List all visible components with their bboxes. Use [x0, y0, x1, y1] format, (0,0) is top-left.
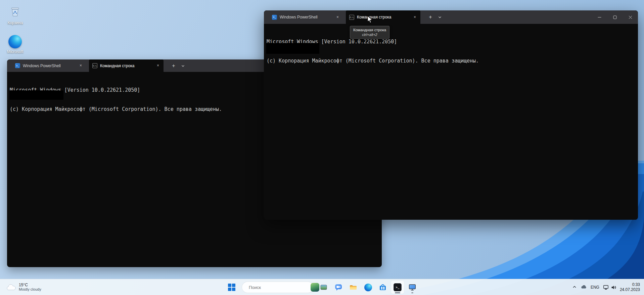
tab-label: Windows PowerShell	[280, 15, 332, 19]
task-view-button[interactable]	[317, 281, 330, 294]
window-caption-controls	[592, 10, 638, 24]
edge-label: Microsoft	[2, 49, 28, 54]
cmd-icon: C:\	[349, 15, 354, 20]
weather-temperature: 15°C	[19, 283, 41, 287]
onedrive-button[interactable]	[581, 284, 587, 290]
terminal-window-foreground: >_ Windows PowerShell × C:\ Командная ст…	[264, 10, 638, 220]
minimize-icon	[598, 15, 601, 19]
edge-icon	[8, 35, 22, 48]
tab-tooltip: Командная строка ctrl+alt+2	[350, 26, 389, 39]
terminal-line: (c) Корпорация Майкрософт (Microsoft Cor…	[267, 58, 638, 64]
taskbar-center-icons: >_	[225, 279, 419, 295]
front-tab-powershell[interactable]: >_ Windows PowerShell ×	[269, 10, 343, 24]
task-view-icon	[320, 283, 328, 291]
running-app-indicator	[395, 292, 400, 293]
tab-label: Windows PowerShell	[23, 64, 75, 68]
taskbar: 15°C Mostly cloudy	[0, 279, 644, 295]
tab-label: Командная строка	[100, 64, 152, 68]
show-hidden-icons-button[interactable]	[572, 284, 577, 290]
redacted-prompt-block	[266, 43, 319, 54]
start-button[interactable]	[225, 281, 238, 294]
desktop-wallpaper: Корзина Microsoft >_ Windows PowerShell …	[0, 0, 644, 295]
microsoft-store-button[interactable]	[376, 281, 389, 294]
search-box[interactable]	[242, 282, 314, 293]
edge-icon	[364, 284, 372, 291]
desktop-icon-edge[interactable]: Microsoft	[2, 35, 28, 54]
close-tab-icon[interactable]: ×	[412, 14, 418, 20]
terminal-button[interactable]: >_	[391, 281, 404, 294]
back-tab-powershell[interactable]: >_ Windows PowerShell ×	[12, 59, 86, 72]
new-tab-button[interactable]: +	[169, 59, 178, 72]
tooltip-title: Командная строка	[353, 28, 386, 32]
chat-button[interactable]	[332, 281, 345, 294]
tab-label: Командная строка	[357, 15, 409, 19]
network-volume-button[interactable]	[603, 285, 616, 290]
language-indicator[interactable]: ENG	[591, 285, 599, 290]
powershell-icon: >_	[15, 63, 20, 68]
front-tab-cmd[interactable]: C:\ Командная строка ×	[346, 10, 420, 24]
redacted-prompt-block	[9, 90, 63, 100]
volume-icon	[611, 285, 616, 290]
clock-date: 24.07.2023	[620, 287, 640, 292]
close-icon	[629, 15, 632, 19]
tab-dropdown-button[interactable]	[435, 10, 445, 24]
close-tab-icon[interactable]: ×	[78, 63, 84, 69]
chevron-down-icon	[438, 15, 442, 19]
store-icon	[379, 283, 387, 291]
monitor-icon	[408, 283, 416, 291]
front-window-tab-bar[interactable]: >_ Windows PowerShell × C:\ Командная ст…	[264, 10, 638, 24]
display-app-button[interactable]	[406, 281, 419, 294]
onedrive-cloud-icon	[581, 284, 587, 289]
minimize-button[interactable]	[592, 10, 607, 24]
clock[interactable]: 0:33 24.07.2023	[620, 282, 640, 292]
maximize-button[interactable]	[607, 10, 623, 24]
cmd-icon: C:\	[92, 63, 97, 68]
widgets-weather-button[interactable]: 15°C Mostly cloudy	[3, 279, 44, 295]
clock-time: 0:33	[620, 282, 640, 287]
recycle-bin-label: Корзина	[2, 20, 28, 25]
terminal-line: Microsoft Windows [Version 10.0.22621.20…	[267, 39, 638, 45]
network-icon	[603, 285, 609, 290]
recycle-bin-icon	[8, 5, 22, 18]
cloud-weather-icon	[6, 284, 16, 291]
file-explorer-icon	[349, 283, 357, 291]
window-drag-area[interactable]	[445, 10, 592, 24]
new-tab-button[interactable]: +	[426, 10, 435, 24]
desktop-icon-recycle-bin[interactable]: Корзина	[2, 5, 28, 25]
close-tab-icon[interactable]: ×	[155, 63, 161, 69]
weather-condition: Mostly cloudy	[19, 287, 41, 292]
chevron-up-icon	[572, 285, 577, 289]
running-app-indicator	[411, 292, 413, 293]
terminal-output-front[interactable]: Microsoft Windows [Version 10.0.22621.20…	[264, 24, 638, 220]
edge-button[interactable]	[361, 281, 375, 294]
tab-dropdown-button[interactable]	[178, 59, 188, 72]
chevron-down-icon	[181, 64, 185, 68]
back-tab-cmd[interactable]: C:\ Командная строка ×	[89, 59, 164, 72]
powershell-icon: >_	[272, 15, 277, 20]
windows-logo-icon	[228, 284, 235, 291]
tooltip-shortcut: ctrl+alt+2	[353, 33, 386, 37]
chat-icon	[334, 283, 342, 291]
search-input[interactable]	[249, 285, 308, 290]
taskbar-tray: ENG 0:33 24.07.2023	[572, 279, 642, 295]
terminal-icon: >_	[394, 283, 402, 291]
close-window-button[interactable]	[623, 10, 638, 24]
close-tab-icon[interactable]: ×	[335, 14, 340, 20]
file-explorer-button[interactable]	[347, 281, 360, 294]
maximize-icon	[613, 15, 617, 19]
